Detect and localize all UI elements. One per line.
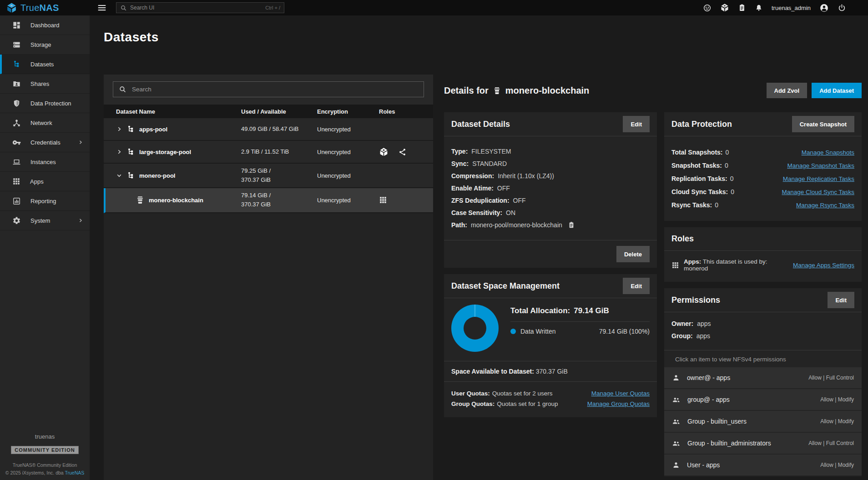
permission-item-owner[interactable]: owner@ - apps Allow | Full Control bbox=[664, 367, 862, 388]
edit-dataset-details-button[interactable]: Edit bbox=[623, 116, 650, 132]
dataset-tree-icon bbox=[126, 125, 135, 134]
user-account-icon[interactable] bbox=[819, 3, 829, 13]
column-encryption[interactable]: Encryption bbox=[317, 108, 379, 115]
dataset-search-input[interactable] bbox=[132, 86, 418, 93]
table-row-large-storage-pool[interactable]: large-storage-pool 2.9 TiB / 11.52 TiB U… bbox=[104, 141, 433, 164]
column-roles[interactable]: Roles bbox=[379, 108, 433, 115]
manage-replication-tasks-link[interactable]: Manage Replication Tasks bbox=[783, 175, 854, 182]
sidebar-item-apps[interactable]: Apps bbox=[0, 172, 90, 191]
collapse-chevron-down-icon[interactable] bbox=[116, 172, 122, 179]
dataset-search[interactable] bbox=[113, 81, 424, 97]
sidebar-item-dashboard[interactable]: Dashboard bbox=[0, 15, 90, 35]
dataset-details-card: Dataset Details Edit Type:FILESYSTEM Syn… bbox=[444, 112, 657, 268]
search-icon bbox=[120, 5, 127, 11]
jobs-icon[interactable] bbox=[738, 4, 746, 12]
encryption-value: Unencrypted bbox=[317, 149, 379, 155]
chevron-right-icon bbox=[78, 140, 83, 145]
legend-dot-icon bbox=[510, 329, 516, 334]
edit-space-button[interactable]: Edit bbox=[623, 278, 650, 294]
details-title-prefix: Details for bbox=[444, 85, 489, 96]
encryption-value: Unencrypted bbox=[317, 197, 379, 204]
alerts-bell-icon[interactable] bbox=[755, 4, 763, 12]
truenas-footer-link[interactable]: TrueNAS bbox=[65, 470, 84, 475]
add-dataset-button[interactable]: Add Dataset bbox=[812, 83, 862, 98]
dataset-icon bbox=[493, 86, 501, 95]
dataset-tree-icon bbox=[126, 171, 135, 180]
detail-type: Type:FILESYSTEM bbox=[451, 148, 650, 155]
used-available-value: 49.09 GiB / 58.47 GiB bbox=[241, 122, 317, 136]
sidebar-item-instances[interactable]: Instances bbox=[0, 152, 90, 172]
global-search-input[interactable] bbox=[130, 5, 262, 11]
delete-dataset-button[interactable]: Delete bbox=[616, 246, 650, 262]
used-available-value: 79.14 GiB /370.37 GiB bbox=[241, 188, 317, 212]
manage-apps-settings-link[interactable]: Manage Apps Settings bbox=[793, 262, 854, 269]
sidebar-item-reporting[interactable]: Reporting bbox=[0, 191, 90, 211]
table-row-monero-pool[interactable]: monero-pool 79.25 GiB /370.37 GiB Unencr… bbox=[104, 164, 433, 188]
truenas-box-role-icon[interactable] bbox=[379, 147, 389, 157]
add-zvol-button[interactable]: Add Zvol bbox=[767, 83, 807, 98]
copyright-label: © 2025 iXsystems, Inc. dba TrueNAS bbox=[0, 469, 90, 476]
search-shortcut-hint: Ctrl + / bbox=[265, 5, 280, 10]
manage-snapshots-link[interactable]: Manage Snapshots bbox=[802, 149, 854, 156]
user-quotas-row: User Quotas:Quotas set for 2 users Manag… bbox=[451, 390, 650, 397]
create-snapshot-button[interactable]: Create Snapshot bbox=[792, 116, 854, 132]
global-search[interactable]: Ctrl + / bbox=[116, 2, 284, 13]
sidebar-item-storage[interactable]: Storage bbox=[0, 35, 90, 55]
manage-group-quotas-link[interactable]: Manage Group Quotas bbox=[587, 400, 650, 407]
network-icon bbox=[12, 119, 21, 127]
permissions-card: Permissions Edit Owner:apps Group:apps C… bbox=[664, 288, 862, 476]
manage-snapshot-tasks-link[interactable]: Manage Snapshot Tasks bbox=[787, 162, 854, 169]
feedback-icon[interactable] bbox=[703, 4, 712, 12]
sidebar-item-datasets[interactable]: Datasets bbox=[0, 55, 90, 74]
rsync-tasks-row: Rsync Tasks:0 Manage Rsync Tasks bbox=[671, 201, 854, 209]
permissions-owner: Owner:apps bbox=[671, 320, 854, 327]
detail-path: Path:monero-pool/monero-blockchain bbox=[451, 221, 650, 229]
copy-path-icon[interactable] bbox=[568, 221, 575, 229]
column-used-available[interactable]: Used / Available bbox=[241, 108, 317, 115]
sidebar-item-shares[interactable]: Shares bbox=[0, 74, 90, 94]
product-edition-label: TrueNAS® Community Edition bbox=[0, 461, 90, 469]
table-row-apps-pool[interactable]: apps-pool 49.09 GiB / 58.47 GiB Unencryp… bbox=[104, 118, 433, 141]
dashboard-icon bbox=[12, 21, 21, 30]
power-icon[interactable] bbox=[838, 4, 846, 12]
dataset-name: monero-blockchain bbox=[149, 197, 203, 204]
space-management-title: Dataset Space Management bbox=[451, 281, 560, 291]
apps-grid-icon bbox=[671, 261, 679, 269]
truenas-logo[interactable]: TrueNAS bbox=[0, 2, 90, 14]
manage-cloud-sync-tasks-link[interactable]: Manage Cloud Sync Tasks bbox=[782, 189, 854, 195]
truecommand-icon[interactable] bbox=[720, 3, 729, 12]
manage-user-quotas-link[interactable]: Manage User Quotas bbox=[591, 390, 650, 397]
expand-chevron-right-icon[interactable] bbox=[116, 149, 122, 155]
edit-permissions-button[interactable]: Edit bbox=[828, 292, 854, 308]
sidebar-item-network[interactable]: Network bbox=[0, 113, 90, 133]
apps-role-icon[interactable] bbox=[379, 196, 387, 204]
permission-item-user-apps[interactable]: User - apps Allow | Modify bbox=[664, 455, 862, 475]
sidebar-nav: Dashboard Storage Datasets bbox=[0, 15, 90, 480]
snapshot-tasks-row: Snapshot Tasks:0 Manage Snapshot Tasks bbox=[671, 162, 854, 169]
permission-item-builtin-administrators[interactable]: Group - builtin_administrators Allow | F… bbox=[664, 433, 862, 454]
datasets-tree-icon bbox=[12, 60, 21, 69]
permission-item-group[interactable]: group@ - apps Allow | Modify bbox=[664, 389, 862, 410]
permission-item-builtin-users[interactable]: Group - builtin_users Allow | Modify bbox=[664, 411, 862, 432]
sidebar-item-credentials[interactable]: Credentials bbox=[0, 133, 90, 152]
encryption-value: Unencrypted bbox=[317, 172, 379, 179]
legend-data-written: Data Written 79.14 GiB (100%) bbox=[510, 328, 650, 335]
expand-chevron-right-icon[interactable] bbox=[116, 126, 122, 132]
share-role-icon[interactable] bbox=[398, 148, 407, 156]
permissions-hint: Click an item to view NFSv4 permissions bbox=[664, 350, 862, 367]
detail-compression: Compression:Inherit (1.10x (LZ4)) bbox=[451, 172, 650, 180]
total-allocation: Total Allocation:79.14 GiB bbox=[510, 306, 650, 315]
dataset-name: apps-pool bbox=[139, 126, 167, 133]
menu-toggle-icon[interactable] bbox=[97, 3, 107, 13]
dataset-details-title: Dataset Details bbox=[451, 120, 510, 129]
sidebar-item-data-protection[interactable]: Data Protection bbox=[0, 94, 90, 113]
edition-badge: COMMUNITY EDITION bbox=[11, 446, 78, 454]
dataset-icon bbox=[136, 195, 145, 205]
page-title: Datasets bbox=[104, 30, 159, 45]
column-dataset-name[interactable]: Dataset Name bbox=[104, 108, 241, 115]
truenas-logo-icon bbox=[6, 2, 17, 14]
manage-rsync-tasks-link[interactable]: Manage Rsync Tasks bbox=[796, 202, 854, 209]
table-row-monero-blockchain[interactable]: monero-blockchain 79.14 GiB /370.37 GiB … bbox=[104, 188, 433, 213]
hostname-label: truenas bbox=[0, 433, 90, 440]
sidebar-item-system[interactable]: System bbox=[0, 211, 90, 230]
